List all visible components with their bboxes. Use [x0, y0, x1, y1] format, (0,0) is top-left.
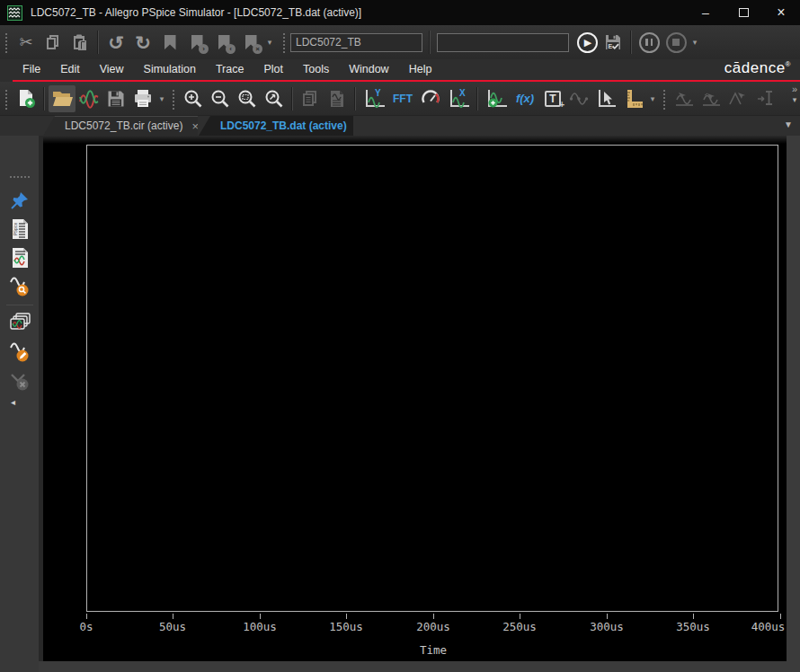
print-dropdown[interactable]: ▾ [156, 94, 167, 103]
text-label-button[interactable]: T+ [539, 85, 566, 112]
copy-button[interactable] [40, 29, 67, 56]
cursor-peak-button[interactable] [724, 85, 751, 112]
tab-list-dropdown[interactable]: ▼ [784, 119, 793, 129]
copy-page-waveform-button[interactable] [324, 85, 351, 112]
tab-close-icon[interactable]: × [356, 120, 363, 132]
plot-area[interactable] [86, 145, 778, 612]
new-file-button[interactable] [13, 85, 40, 112]
menu-tools[interactable]: Tools [293, 63, 339, 75]
fft-button[interactable]: FFT [388, 85, 417, 112]
plot-windows-button[interactable] [6, 311, 33, 336]
tab-cir-file[interactable]: LDC5072_TB.cir (active) × [43, 116, 198, 136]
redo-button[interactable]: ↻ [129, 29, 156, 56]
zoom-out-button[interactable] [207, 85, 234, 112]
run-command-input[interactable] [437, 33, 569, 52]
toolbar-overflow[interactable]: » ▾ [792, 84, 797, 105]
copy-pages-button[interactable] [297, 85, 324, 112]
toolbar-separator [291, 87, 293, 111]
edit-trace-icon [9, 340, 31, 364]
simulation-profile-input[interactable] [290, 33, 422, 52]
mark-data-points-button[interactable] [566, 85, 593, 112]
toolbar-grip[interactable] [662, 88, 667, 110]
zoom-in-button[interactable] [180, 85, 207, 112]
toolbar-edit-run: ✂ ↺ ↻ › ‹ × ▾ [0, 25, 800, 59]
bookmark-icon [164, 35, 176, 50]
menu-help[interactable]: Help [399, 63, 442, 75]
maximize-icon [739, 8, 749, 17]
x-axis-title: Time [420, 643, 447, 657]
text-label-icon: T+ [545, 91, 561, 107]
x-axis-label: 400us [751, 620, 786, 633]
tab-dat-file[interactable]: LDC5072_TB.dat (active) × [199, 116, 353, 136]
title-bar: LDC5072_TB - Allegro PSpice Simulator - … [0, 0, 800, 25]
menu-edit[interactable]: Edit [50, 63, 90, 75]
x-axis-tick [433, 614, 434, 619]
add-trace-button[interactable] [482, 85, 511, 112]
delete-trace-button[interactable] [6, 368, 33, 393]
menu-view[interactable]: View [90, 63, 134, 75]
close-icon: × [253, 44, 262, 54]
view-simulation-results-button[interactable] [76, 85, 102, 112]
run-dropdown[interactable]: ▾ [689, 38, 700, 47]
stop-button[interactable] [662, 29, 689, 56]
toolbar-grip[interactable] [282, 31, 287, 53]
zoom-fit-button[interactable] [234, 85, 261, 112]
pause-button[interactable] [636, 29, 662, 56]
menu-file[interactable]: File [13, 63, 50, 75]
toolbar-grip[interactable] [4, 31, 9, 53]
zoom-area-button[interactable] [261, 85, 288, 112]
next-bookmark-button[interactable]: › [183, 29, 210, 56]
close-icon: × [777, 4, 785, 21]
menu-trace[interactable]: Trace [206, 63, 254, 75]
clear-bookmarks-button[interactable]: × [237, 29, 264, 56]
search-trace-button[interactable] [6, 274, 33, 299]
menu-window[interactable]: Window [339, 63, 398, 75]
cursor-point-button[interactable] [751, 85, 778, 112]
evaluate-function-button[interactable]: f(x) [511, 85, 539, 112]
sidebar-grip[interactable] [9, 175, 31, 179]
cursor-next-trace-button[interactable] [698, 85, 724, 112]
paste-button[interactable] [67, 29, 93, 56]
save-button[interactable] [102, 85, 129, 112]
waveforms-icon [78, 88, 100, 110]
output-file-button[interactable] [6, 245, 33, 270]
bookmark-button[interactable] [156, 29, 183, 56]
save-results-button[interactable]: E [600, 29, 627, 56]
open-file-button[interactable] [49, 85, 76, 112]
edit-trace-button[interactable] [6, 340, 33, 365]
toolbar-grip[interactable] [4, 88, 9, 110]
run-button[interactable]: ▶ [574, 29, 600, 56]
new-file-icon [16, 89, 36, 109]
x-axis-tick [346, 614, 347, 619]
x-axis-button[interactable]: X [444, 85, 473, 112]
cut-button[interactable]: ✂ [13, 29, 40, 56]
chevron-down-icon: ▾ [793, 94, 797, 105]
simulation-file-button[interactable]: PSpice [6, 217, 33, 242]
cursor-trace-button[interactable] [671, 85, 698, 112]
previous-bookmark-button[interactable]: ‹ [210, 29, 237, 56]
minimize-button[interactable]: – [687, 0, 724, 25]
close-button[interactable]: × [762, 0, 800, 25]
add-trace-icon [484, 88, 508, 110]
sidebar-separator [6, 305, 33, 305]
bookmark-dropdown[interactable]: ▾ [264, 38, 275, 47]
toolbar-grip[interactable] [172, 88, 176, 110]
ruler-dropdown[interactable]: ▾ [647, 94, 658, 103]
menu-simulation[interactable]: Simulation [134, 63, 206, 75]
measurement-ruler-button[interactable] [620, 85, 647, 112]
window-controls: – × [687, 0, 800, 25]
menu-plot[interactable]: Plot [253, 63, 293, 75]
collapse-sidebar-button[interactable]: ◂ [0, 397, 15, 407]
print-button[interactable] [129, 85, 156, 112]
fx-icon: f(x) [516, 92, 534, 105]
tab-close-icon[interactable]: × [191, 120, 199, 132]
y-axis-button[interactable]: Y [360, 85, 388, 112]
toolbar-separator [354, 87, 356, 111]
fft-icon: FFT [393, 93, 413, 105]
undo-button[interactable]: ↺ [102, 29, 129, 56]
select-cursor-button[interactable] [593, 85, 620, 112]
maximize-button[interactable] [724, 0, 762, 25]
main-area: PSpice [0, 136, 800, 672]
performance-analysis-button[interactable] [417, 85, 444, 112]
pin-button[interactable] [6, 188, 33, 213]
